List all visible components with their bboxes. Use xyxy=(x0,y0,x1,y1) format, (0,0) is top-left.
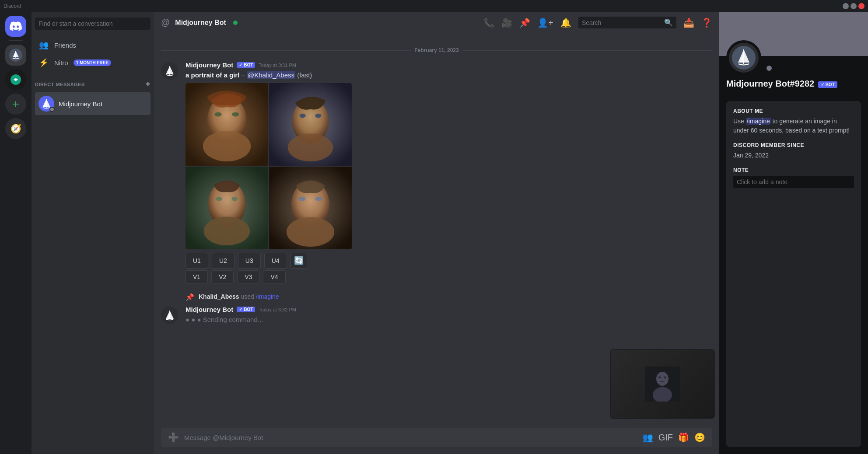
emoji-picker-button[interactable]: 😊 xyxy=(694,432,705,443)
maximize-button[interactable] xyxy=(850,3,857,9)
bot-avatar-1 xyxy=(161,62,178,80)
message-sending-text: ● ● ● Sending command... xyxy=(186,315,712,324)
refresh-button[interactable]: 🔄 xyxy=(290,253,307,269)
system-used: used xyxy=(241,293,256,300)
v1-button[interactable]: V1 xyxy=(186,270,208,283)
server-icon-ai[interactable] xyxy=(5,69,26,90)
close-button[interactable] xyxy=(858,3,864,9)
message-mention[interactable]: @Khalid_Abess xyxy=(247,71,295,79)
profile-status-dot xyxy=(765,64,774,73)
portrait-image-1[interactable] xyxy=(186,83,268,166)
sticker-button[interactable]: 🎁 xyxy=(678,432,689,443)
video-person-icon xyxy=(645,367,680,402)
message-content-1: Midjourney Bot ✓ BOT Today at 3:31 PM a … xyxy=(186,61,712,283)
video-overlay xyxy=(610,349,715,419)
svg-point-12 xyxy=(288,133,333,161)
message-group-2: Midjourney Bot ✓ BOT Today at 3:32 PM ● … xyxy=(161,305,712,325)
discord-home-button[interactable] xyxy=(5,16,26,37)
u1-button[interactable]: U1 xyxy=(186,253,208,269)
dm-status-indicator xyxy=(49,107,55,112)
bot-label-1: BOT xyxy=(244,63,253,67)
window-controls[interactable] xyxy=(843,3,864,9)
svg-point-23 xyxy=(299,197,306,201)
add-dm-button[interactable]: + xyxy=(146,80,150,89)
profile-username: Midjourney Bot#9282 xyxy=(726,79,814,88)
dm-search-container[interactable] xyxy=(32,12,154,35)
about-me-title: ABOUT ME xyxy=(733,108,854,114)
system-message-text: Khalid_Abess used /imagine xyxy=(199,293,279,300)
message-text-1: a portrait of a girl – @Khalid_Abess (fa… xyxy=(186,70,712,80)
search-icon: 🔍 xyxy=(664,18,673,27)
v2-button[interactable]: V2 xyxy=(211,270,234,283)
v4-button[interactable]: V4 xyxy=(263,270,285,283)
profile-avatar-wrapper xyxy=(726,40,861,75)
dm-item-midjourney[interactable]: Midjourney Bot xyxy=(35,92,150,115)
u3-button[interactable]: U3 xyxy=(238,253,261,269)
server-icon-sailboat[interactable] xyxy=(5,45,26,66)
sending-command-text: ● ● ● Sending command... xyxy=(186,316,263,323)
profile-avatar xyxy=(726,40,761,75)
bot-badge-2: ✓ BOT xyxy=(237,307,255,312)
u2-button[interactable]: U2 xyxy=(212,253,234,269)
message-dash: – xyxy=(242,71,247,79)
message-author-2: Midjourney Bot xyxy=(186,306,233,313)
video-button[interactable]: 🎥 xyxy=(501,17,512,28)
dm-sidebar: 👥 Friends ⚡ Nitro 1 MONTH FREE DIRECT ME… xyxy=(32,12,154,454)
message-header-1: Midjourney Bot ✓ BOT Today at 3:31 PM xyxy=(186,61,712,69)
add-server-button[interactable]: + xyxy=(5,94,26,115)
profile-bot-badge: ✓ BOT xyxy=(818,81,837,88)
portrait-image-2[interactable] xyxy=(269,83,352,166)
gif-button[interactable]: GIF xyxy=(658,433,673,443)
message-text-input[interactable] xyxy=(184,430,637,446)
call-button[interactable]: 📞 xyxy=(483,17,494,28)
u4-button[interactable]: U4 xyxy=(264,253,287,269)
direct-messages-header: DIRECT MESSAGES + xyxy=(32,73,154,91)
online-status-dot xyxy=(233,21,238,25)
v3-button[interactable]: V3 xyxy=(237,270,259,283)
channel-header: @ Midjourney Bot 📞 🎥 📌 👤+ 🔔 🔍 📥 ❓ xyxy=(154,12,719,33)
divider-line-left xyxy=(161,50,411,51)
add-member-button[interactable]: 👤+ xyxy=(537,17,553,28)
attach-button[interactable]: ➕ xyxy=(168,432,179,443)
search-bar[interactable]: 🔍 xyxy=(578,17,676,28)
portrait-image-4[interactable] xyxy=(269,167,352,249)
minimize-button[interactable] xyxy=(843,3,849,9)
bot-avatar-sailboat-icon xyxy=(164,65,176,77)
search-input[interactable] xyxy=(582,19,661,26)
imagine-command-link[interactable]: /imagine xyxy=(256,293,279,300)
member-since-title: DISCORD MEMBER SINCE xyxy=(733,142,854,148)
dm-nav: 👥 Friends ⚡ Nitro 1 MONTH FREE xyxy=(32,35,154,73)
svg-point-32 xyxy=(664,377,666,379)
ai-server-icon xyxy=(10,73,22,86)
member-since-date: Jan 29, 2022 xyxy=(733,151,854,160)
svg-point-19 xyxy=(231,197,238,201)
member-since-section: DISCORD MEMBER SINCE Jan 29, 2022 xyxy=(733,142,854,160)
note-section: NOTE xyxy=(733,167,854,188)
svg-point-7 xyxy=(203,131,251,161)
variation-buttons-row: V1 V2 V3 V4 xyxy=(186,270,712,283)
inbox-button[interactable]: 🔔 xyxy=(560,17,571,28)
message-content-2: Midjourney Bot ✓ BOT Today at 3:32 PM ● … xyxy=(186,306,712,324)
nitro-nav-item[interactable]: ⚡ Nitro 1 MONTH FREE xyxy=(35,54,150,71)
help-button[interactable]: ❓ xyxy=(701,17,712,28)
date-divider: February 11, 2023 xyxy=(161,47,712,53)
portrait-image-3[interactable] xyxy=(186,167,268,249)
friends-nav-item[interactable]: 👥 Friends xyxy=(35,37,150,53)
message-header-2: Midjourney Bot ✓ BOT Today at 3:32 PM xyxy=(186,306,712,313)
system-message: 📌 Khalid_Abess used /imagine xyxy=(186,291,712,303)
emoji-button[interactable]: 👥 xyxy=(642,432,653,443)
message-fast-tag: (fast) xyxy=(297,71,312,79)
svg-point-31 xyxy=(658,377,661,379)
direct-messages-label: DIRECT MESSAGES xyxy=(35,82,85,87)
svg-point-22 xyxy=(287,217,334,247)
pin-button[interactable]: 📌 xyxy=(519,17,530,28)
explore-servers-button[interactable]: 🧭 xyxy=(5,118,26,139)
system-user: Khalid_Abess xyxy=(199,293,239,300)
note-input[interactable] xyxy=(733,176,854,188)
svg-point-2 xyxy=(15,79,17,80)
inbox-icon-button[interactable]: 📥 xyxy=(683,17,694,28)
find-conversation-input[interactable] xyxy=(35,17,150,30)
about-me-text: Use /imagine to generate an image in und… xyxy=(733,117,854,135)
titlebar: Discord xyxy=(0,0,868,12)
app-body: + 🧭 👥 Friends ⚡ Nitro 1 MONTH FREE DIREC… xyxy=(0,12,868,454)
